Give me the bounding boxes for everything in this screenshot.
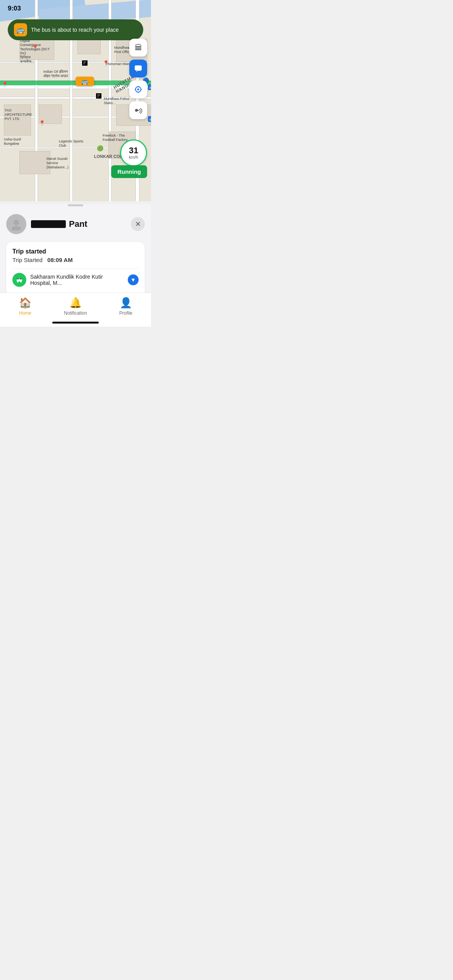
svg-point-10: [14, 220, 19, 225]
map-label-indianoil: Indian Oil इंडियन ऑइल पेट्रोल आऊट: [43, 70, 74, 78]
svg-point-13: [17, 281, 19, 283]
user-name-area: Pant: [31, 219, 126, 229]
banner-text: The bus is about to reach your place: [31, 27, 118, 33]
map-controls: [129, 39, 147, 119]
status-time: 9:03: [8, 5, 21, 12]
map-pin-3: 📍: [39, 120, 45, 126]
avatar: [6, 214, 26, 234]
broadcast-button[interactable]: [129, 101, 147, 119]
map-pin-8: 🅿: [82, 60, 88, 66]
stop-icon: [12, 273, 26, 287]
map-pin-5: 📍: [103, 60, 109, 66]
profile-icon: 👤: [120, 297, 132, 309]
map-pin-bus-stop2: 🚌: [148, 116, 151, 122]
home-indicator: [52, 322, 99, 324]
map-pin-4: 🟢: [97, 145, 103, 151]
map-pin-7: 🅿: [96, 93, 101, 99]
svg-rect-0: [135, 46, 141, 47]
user-row: Pant ✕: [0, 209, 151, 239]
svg-rect-16: [19, 278, 22, 279]
bus-on-map: 🚌: [76, 77, 94, 86]
nav-item-profile[interactable]: 👤 Profile: [101, 297, 151, 316]
svg-rect-1: [135, 48, 141, 49]
map-label-legends: Legends Sports Club: [59, 139, 90, 148]
svg-point-11: [12, 226, 21, 230]
trip-time-row: Trip Started 08:09 AM: [12, 257, 139, 263]
banner-bus-icon: 🚌: [14, 23, 27, 36]
map-label-dct: Digital Convergence Technologies (DCT In…: [20, 39, 51, 64]
map-container: Mula Mutha R... Digital Convergence Tech…: [0, 0, 151, 201]
expand-button[interactable]: ▼: [128, 274, 139, 285]
map-pin-bus-stop: 🚌: [148, 84, 151, 90]
svg-rect-15: [17, 278, 19, 279]
layers-button[interactable]: [129, 39, 147, 57]
close-button[interactable]: ✕: [131, 217, 145, 231]
map-label-tao: TAO ARCHITECTURE PVT. LTD: [5, 108, 36, 121]
svg-rect-3: [135, 65, 142, 70]
nav-item-home[interactable]: 🏠 Home: [0, 297, 50, 316]
profile-label: Profile: [119, 310, 132, 316]
name-redacted: [31, 220, 66, 228]
home-label: Home: [19, 310, 31, 316]
map-pin-2: 📍: [2, 81, 8, 87]
stop-row[interactable]: Sakharam Kundlik Kodre Kutir Hospital, M…: [12, 269, 139, 291]
svg-point-14: [20, 281, 22, 283]
notification-icon: 🔔: [69, 297, 82, 309]
notification-label: Notification: [64, 310, 87, 316]
running-status: Running: [111, 165, 147, 178]
nav-item-notification[interactable]: 🔔 Notification: [50, 297, 101, 316]
status-bar: 9:03: [0, 0, 151, 17]
stop-name: Sakharam Kundlik Kodre Kutir Hospital, M…: [30, 274, 124, 286]
locate-button[interactable]: [129, 81, 147, 98]
home-icon: 🏠: [19, 297, 31, 309]
map-label-maruti: Maruti Suzuki Service (Mahalaxmi...): [46, 157, 77, 169]
drag-handle[interactable]: [68, 204, 83, 206]
speed-badge: 31 km/h: [120, 139, 147, 166]
map-label-usha: Usha-Sunil Bungalow: [4, 137, 35, 146]
svg-rect-2: [135, 49, 141, 50]
svg-point-5: [137, 89, 139, 91]
chat-button[interactable]: [129, 60, 147, 77]
speed-number: 31: [129, 146, 138, 155]
trip-title: Trip started: [12, 248, 139, 255]
map-pin-1: 📍: [32, 45, 38, 51]
notification-banner: 🚌 The bus is about to reach your place: [8, 19, 143, 40]
user-name: Pant: [69, 219, 88, 229]
trip-started-label: Trip Started: [12, 257, 43, 263]
trip-started-time: 08:09 AM: [47, 257, 72, 263]
speed-unit: km/h: [129, 155, 138, 159]
